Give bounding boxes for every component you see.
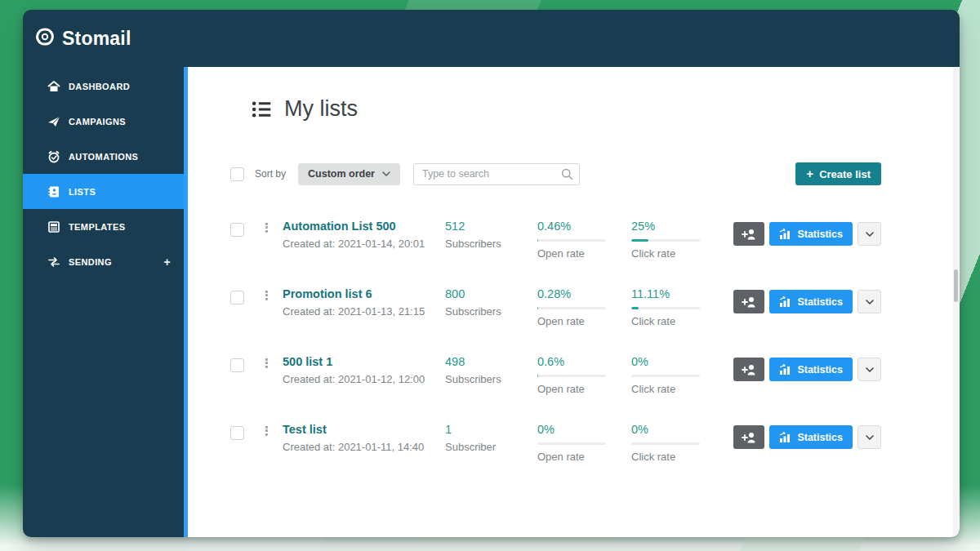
- kebab-menu-icon[interactable]: ⋮: [261, 355, 283, 369]
- stomail-logo-icon: [33, 25, 56, 51]
- statistics-label: Statistics: [797, 432, 843, 443]
- click-rate-label: Click rate: [631, 383, 725, 395]
- click-rate-value: 0%: [631, 423, 725, 436]
- kebab-menu-icon[interactable]: ⋮: [261, 423, 283, 437]
- plus-icon: +: [806, 167, 813, 180]
- subscribers-count: 498: [445, 355, 537, 368]
- statistics-button[interactable]: Statistics: [769, 425, 853, 449]
- sidebar-item-dashboard[interactable]: DASHBOARD: [23, 69, 184, 104]
- sidebar: DASHBOARD CAMPAIGNS AUTOMATIONS: [23, 69, 184, 279]
- subscribers-count: 512: [445, 220, 537, 233]
- sending-expand-plus[interactable]: +: [163, 256, 171, 269]
- open-rate-value: 0.6%: [537, 355, 631, 368]
- statistics-label: Statistics: [797, 296, 843, 308]
- sort-order-value: Custom order: [308, 168, 375, 180]
- statistics-button[interactable]: Statistics: [769, 222, 853, 246]
- open-rate-bar: [537, 442, 606, 445]
- sort-order-dropdown[interactable]: Custom order: [298, 163, 400, 185]
- click-rate-label: Click rate: [631, 451, 725, 463]
- add-user-icon: [741, 228, 757, 241]
- sort-by-label: Sort by: [255, 168, 286, 180]
- kebab-menu-icon[interactable]: ⋮: [261, 287, 283, 301]
- list-name-link[interactable]: 500 list 1: [283, 355, 445, 368]
- subscribers-label: Subscriber: [445, 441, 537, 453]
- row-checkbox[interactable]: [230, 358, 244, 372]
- list-icon: [252, 100, 272, 119]
- created-at-text: Created at: 2021-01-14, 20:01: [283, 238, 445, 250]
- transfer-arrows-icon: [47, 256, 60, 269]
- app-window: Stomail DASHBOARD CAMPAIGNS AUTOMATIONS: [23, 10, 960, 537]
- sidebar-item-label: TEMPLATES: [69, 222, 125, 232]
- sidebar-item-label: DASHBOARD: [69, 82, 130, 91]
- open-rate-bar: [537, 307, 606, 309]
- open-rate-label: Open rate: [537, 315, 631, 327]
- open-rate-bar: [537, 239, 606, 242]
- click-rate-bar: [631, 375, 700, 377]
- row-actions-dropdown[interactable]: [858, 222, 881, 246]
- lists-table: ⋮ Automation List 500 Created at: 2021-0…: [188, 207, 960, 478]
- add-user-icon: [741, 363, 757, 376]
- list-name-link[interactable]: Automation List 500: [283, 220, 445, 233]
- sidebar-item-lists[interactable]: LISTS: [23, 174, 184, 209]
- row-actions-dropdown[interactable]: [858, 290, 881, 313]
- add-subscriber-button[interactable]: [733, 222, 764, 246]
- created-at-text: Created at: 2021-01-11, 14:40: [283, 441, 445, 453]
- row-actions-dropdown[interactable]: [858, 358, 881, 381]
- brand-logo[interactable]: Stomail: [33, 25, 131, 51]
- click-rate-bar: [631, 307, 700, 309]
- open-rate-value: 0%: [537, 423, 631, 436]
- toolbar: Sort by Custom order + Create list: [230, 162, 881, 185]
- click-rate-value: 11.11%: [631, 287, 725, 300]
- search-input[interactable]: [413, 163, 580, 185]
- click-rate-label: Click rate: [631, 315, 725, 327]
- list-row: ⋮ Promotion list 6 Created at: 2021-01-1…: [188, 274, 960, 342]
- row-actions-dropdown[interactable]: [858, 425, 881, 449]
- chevron-down-icon: [866, 300, 874, 304]
- statistics-label: Statistics: [797, 229, 843, 240]
- list-name-link[interactable]: Promotion list 6: [283, 287, 445, 300]
- sidebar-item-campaigns[interactable]: CAMPAIGNS: [23, 104, 184, 139]
- click-rate-label: Click rate: [631, 247, 725, 260]
- create-list-label: Create list: [819, 168, 871, 180]
- sidebar-item-templates[interactable]: TEMPLATES: [23, 209, 184, 244]
- address-book-icon: [47, 185, 60, 198]
- add-subscriber-button[interactable]: [733, 425, 764, 449]
- chevron-down-icon: [866, 367, 874, 372]
- chart-icon: [779, 432, 791, 442]
- sidebar-item-label: CAMPAIGNS: [69, 117, 126, 127]
- select-all-checkbox[interactable]: [230, 167, 244, 181]
- subscribers-label: Subscribers: [445, 305, 537, 318]
- row-checkbox[interactable]: [230, 291, 244, 304]
- subscribers-count: 800: [445, 287, 537, 300]
- chart-icon: [779, 229, 791, 239]
- chart-icon: [779, 364, 791, 375]
- sidebar-item-automations[interactable]: AUTOMATIONS: [23, 139, 184, 174]
- subscribers-label: Subscribers: [445, 373, 537, 385]
- template-icon: [47, 220, 60, 233]
- add-user-icon: [741, 431, 757, 444]
- click-rate-bar: [631, 239, 700, 242]
- subscribers-count: 1: [445, 423, 537, 436]
- add-subscriber-button[interactable]: [733, 290, 764, 313]
- row-checkbox[interactable]: [230, 426, 244, 440]
- chevron-down-icon: [382, 171, 390, 176]
- click-rate-bar: [631, 442, 700, 445]
- created-at-text: Created at: 2021-01-13, 21:15: [283, 305, 445, 318]
- click-rate-value: 0%: [631, 355, 725, 368]
- sidebar-item-sending[interactable]: SENDING +: [23, 244, 184, 279]
- list-name-link[interactable]: Test list: [283, 423, 445, 436]
- statistics-button[interactable]: Statistics: [769, 290, 853, 313]
- open-rate-label: Open rate: [537, 247, 631, 260]
- brand-name: Stomail: [62, 28, 131, 50]
- kebab-menu-icon[interactable]: ⋮: [261, 220, 283, 233]
- sidebar-item-label: AUTOMATIONS: [69, 152, 138, 162]
- scrollbar[interactable]: [953, 67, 959, 537]
- top-bar: Stomail: [23, 10, 960, 67]
- create-list-button[interactable]: + Create list: [795, 162, 881, 185]
- add-subscriber-button[interactable]: [733, 358, 764, 381]
- statistics-button[interactable]: Statistics: [769, 358, 853, 381]
- scrollbar-thumb[interactable]: [954, 269, 958, 302]
- sidebar-item-label: SENDING: [69, 257, 112, 267]
- search-icon: [561, 168, 573, 180]
- row-checkbox[interactable]: [230, 223, 244, 237]
